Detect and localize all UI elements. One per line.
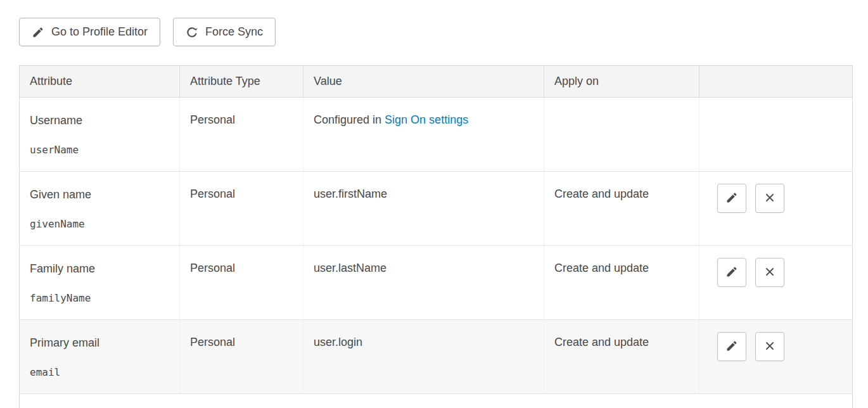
actions-cell: [699, 98, 853, 172]
attribute-variable: userName: [30, 144, 169, 156]
force-sync-button[interactable]: Force Sync: [173, 18, 276, 46]
close-icon: [763, 340, 776, 354]
actions-cell: [699, 172, 853, 246]
attribute-cell: Family name familyName: [20, 246, 180, 320]
attribute-variable: givenName: [30, 218, 169, 231]
attribute-cell: Primary email email: [20, 320, 180, 394]
value-cell: user.firstName: [303, 172, 544, 246]
pencil-icon: [725, 265, 738, 280]
apply-on-cell: Create and update: [544, 320, 699, 394]
value-cell: user.lastName: [303, 246, 544, 320]
attribute-cell: Username userName: [20, 98, 180, 172]
actions-cell: [699, 246, 853, 320]
attribute-mappings-page: Go to Profile Editor Force Sync Attribut…: [0, 0, 868, 408]
header-attribute: Attribute: [20, 66, 180, 98]
apply-on-cell: [544, 98, 699, 172]
sign-on-settings-link[interactable]: Sign On settings: [385, 113, 468, 126]
attribute-cell: Given name givenName: [20, 172, 180, 246]
table-row-given-name: Given name givenName Personal user.first…: [20, 172, 853, 246]
edit-mapping-button[interactable]: [717, 184, 746, 213]
delete-mapping-button[interactable]: [755, 332, 784, 361]
attribute-label: Family name: [30, 262, 169, 276]
header-value: Value: [303, 66, 544, 98]
pencil-icon: [725, 340, 738, 354]
attribute-variable: familyName: [30, 292, 169, 305]
table-row-primary-email: Primary email email Personal user.login …: [20, 320, 853, 394]
edit-mapping-button[interactable]: [717, 332, 746, 361]
delete-mapping-button[interactable]: [755, 184, 784, 213]
table-header-row: Attribute Attribute Type Value Apply on: [20, 66, 853, 98]
attribute-label: Primary email: [30, 336, 169, 350]
header-apply-on: Apply on: [544, 66, 699, 98]
value-cell: user.login: [303, 320, 544, 394]
close-icon: [763, 265, 776, 280]
attribute-type-cell: Personal: [180, 98, 303, 172]
attribute-label: Given name: [30, 188, 169, 201]
header-attribute-type: Attribute Type: [180, 66, 303, 98]
pencil-icon: [725, 191, 738, 206]
table-row-username: Username userName Personal Configured in…: [20, 98, 853, 172]
value-text: Configured in: [314, 113, 385, 126]
attribute-type-cell: Personal: [180, 320, 303, 394]
toolbar: Go to Profile Editor Force Sync: [19, 18, 852, 46]
value-cell: Configured in Sign On settings: [303, 98, 544, 172]
attribute-type-cell: Personal: [180, 246, 303, 320]
close-icon: [763, 191, 776, 206]
table-row-empty: [20, 394, 853, 408]
attribute-mapping-table: Attribute Attribute Type Value Apply on …: [19, 65, 853, 408]
sync-icon: [186, 26, 198, 39]
delete-mapping-button[interactable]: [755, 258, 784, 287]
apply-on-cell: Create and update: [544, 172, 699, 246]
table-row-family-name: Family name familyName Personal user.las…: [20, 246, 853, 320]
attribute-type-cell: Personal: [180, 172, 303, 246]
edit-mapping-button[interactable]: [717, 258, 746, 287]
apply-on-cell: Create and update: [544, 246, 699, 320]
pencil-icon: [32, 26, 44, 39]
actions-cell: [699, 320, 853, 394]
attribute-variable: email: [30, 366, 169, 379]
header-actions: [699, 66, 853, 98]
force-sync-label: Force Sync: [205, 25, 263, 39]
go-to-profile-editor-label: Go to Profile Editor: [51, 25, 148, 39]
go-to-profile-editor-button[interactable]: Go to Profile Editor: [19, 18, 160, 46]
attribute-label: Username: [30, 113, 169, 127]
